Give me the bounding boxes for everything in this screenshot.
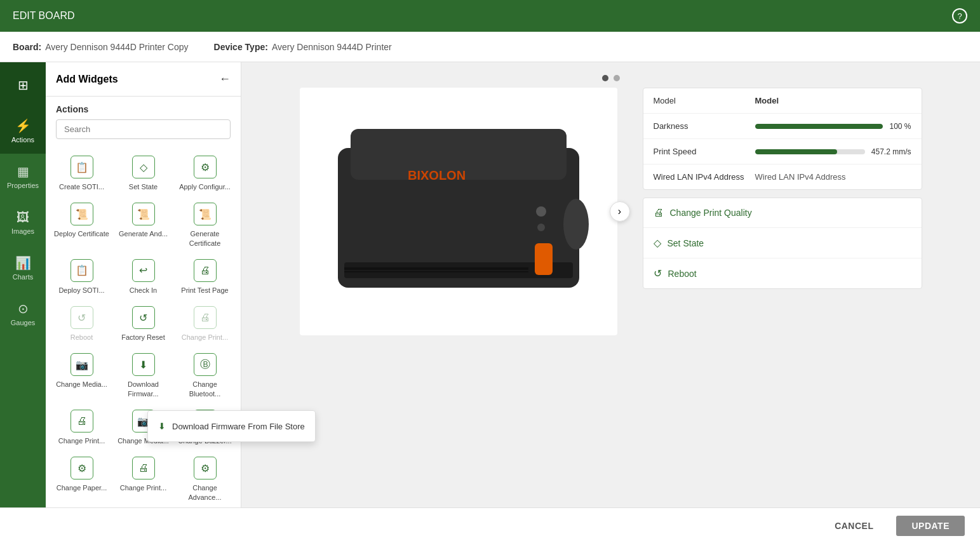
widget-item-download-firm[interactable]: ⬇ Download Firmwar... <box>112 347 174 403</box>
back-button[interactable]: ← <box>219 72 231 86</box>
svg-text:BIXOLON: BIXOLON <box>408 168 466 182</box>
action-reboot-label: Reboot <box>668 269 697 279</box>
sidebar-item-charts[interactable]: 📊 Charts <box>0 245 46 291</box>
chevron-right-icon: › <box>618 206 621 217</box>
darkness-progress-bar <box>755 124 883 129</box>
widget-label-apply-config: Apply Configur... <box>179 182 231 191</box>
sidebar-actions-label: Actions <box>11 136 34 144</box>
search-input[interactable] <box>56 119 231 139</box>
sidebar-properties-label: Properties <box>7 182 39 189</box>
cancel-button[interactable]: CANCEL <box>819 516 889 536</box>
sidebar-charts-label: Charts <box>13 273 33 281</box>
dashboard-icon: ⊞ <box>18 77 29 93</box>
carousel-dot-2[interactable] <box>614 75 620 81</box>
widget-item-change-adv[interactable]: ⚙ Change Advance... <box>174 450 236 507</box>
widget-item-change-print3[interactable]: 🖨 Change Print... <box>112 450 174 507</box>
widget-item-change-media1[interactable]: 📷 Change Media... <box>51 347 112 403</box>
widget-item-get-mott[interactable]: 💻 Get MOTT <box>174 507 236 507</box>
widget-panel-title: Add Widgets <box>56 74 118 85</box>
svg-rect-3 <box>535 243 553 275</box>
breadcrumb-board: Board: Avery Dennison 9444D Printer Copy <box>13 42 189 52</box>
sidebar-item-actions[interactable]: ⚡ Actions <box>0 108 46 154</box>
board-value: Avery Dennison 9444D Printer Copy <box>45 42 188 52</box>
widget-icon-set-state: ◇ <box>132 156 155 178</box>
widget-icon-create-soti: 📋 <box>70 156 93 178</box>
widget-item-generate-cert[interactable]: 📜 Generate Certificate <box>174 196 236 253</box>
print-speed-progress-wrap: 457.2 mm/s <box>755 147 911 156</box>
actions-icon: ⚡ <box>15 118 31 133</box>
info-row-model: Model Model <box>643 88 922 114</box>
widget-item-change1[interactable]: ⚙ Change <box>51 507 112 507</box>
widget-item-change-paper[interactable]: ⚙ Change Paper... <box>51 450 112 507</box>
help-icon[interactable]: ? <box>952 8 967 23</box>
widget-item-deploy-cert[interactable]: 📜 Deploy Certificate <box>51 196 112 253</box>
widget-label-set-state: Set State <box>129 182 158 191</box>
board-label: Board: <box>13 42 41 52</box>
sidebar-item-images[interactable]: 🖼 Images <box>0 199 46 245</box>
widget-label-print-test: Print Test Page <box>181 286 228 295</box>
svg-point-6 <box>536 206 546 217</box>
sidebar-item-gauges[interactable]: ⊙ Gauges <box>0 291 46 337</box>
info-card: Model Model Darkness 100 % Print <box>643 88 922 190</box>
info-row-darkness: Darkness 100 % <box>643 114 922 139</box>
widget-item-change2[interactable]: 🔌 Change <box>112 507 174 507</box>
widget-label-change-print2: Change Print... <box>58 436 105 445</box>
model-label: Model <box>654 96 755 105</box>
widget-item-set-state[interactable]: ◇ Set State <box>112 149 174 196</box>
widget-label-factory-reset: Factory Reset <box>121 333 164 342</box>
widget-label-change-adv: Change Advance... <box>177 483 233 502</box>
widget-item-change-blue[interactable]: Ⓑ Change Bluetoot... <box>174 347 236 403</box>
carousel-dot-1[interactable] <box>602 75 608 81</box>
charts-icon: 📊 <box>15 255 31 271</box>
widget-item-change-print: 🖨 Change Print... <box>174 300 236 347</box>
widget-item-create-soti[interactable]: 📋 Create SOTI... <box>51 149 112 196</box>
action-change-print-quality[interactable]: 🖨 Change Print Quality <box>643 198 922 228</box>
widget-item-change-print2[interactable]: 🖨 Change Print... <box>51 403 112 450</box>
action-set-state-label: Set State <box>668 238 704 248</box>
action-set-state[interactable]: ◇ Set State <box>643 228 922 258</box>
widget-item-generate-and[interactable]: 📜 Generate And... <box>112 196 174 253</box>
update-button[interactable]: UPDATE <box>896 516 965 536</box>
darkness-progress-fill <box>755 124 883 129</box>
widget-label-change-blue: Change Bluetoot... <box>177 380 233 398</box>
sidebar-images-label: Images <box>11 227 34 235</box>
action-card: 🖨 Change Print Quality ◇ Set State ↺ Reb… <box>643 198 922 289</box>
widget-item-reboot: ↺ Reboot <box>51 300 112 347</box>
tooltip-item-download-file-store[interactable]: ⬇ Download Firmware From File Store <box>148 415 315 438</box>
widget-icon-generate-and: 📜 <box>132 203 155 225</box>
widget-icon-change-paper: ⚙ <box>70 457 93 479</box>
widget-icon-deploy-cert: 📜 <box>70 203 93 225</box>
action-change-print-quality-label: Change Print Quality <box>670 208 752 218</box>
widget-section-label: Actions <box>46 97 241 119</box>
widget-item-check-in[interactable]: ↩ Check In <box>112 253 174 300</box>
widget-item-deploy-soti[interactable]: 📋 Deploy SOTI... <box>51 253 112 300</box>
set-state-icon: ◇ <box>654 237 661 249</box>
main-content: BIXOLON › M <box>241 62 980 507</box>
sidebar-gauges-label: Gauges <box>11 319 36 326</box>
widget-item-apply-config[interactable]: ⚙ Apply Configur... <box>174 149 236 196</box>
svg-point-7 <box>537 224 545 231</box>
widget-icon-generate-cert: 📜 <box>194 203 217 225</box>
widget-label-generate-cert: Generate Certificate <box>177 229 233 248</box>
device-value: Avery Dennison 9444D Printer <box>272 42 392 52</box>
carousel-next-button[interactable]: › <box>610 201 630 222</box>
widget-item-factory-reset[interactable]: ↺ Factory Reset <box>112 300 174 347</box>
action-reboot[interactable]: ↺ Reboot <box>643 258 922 288</box>
widget-grid: 📋 Create SOTI... ◇ Set State ⚙ Apply Con… <box>46 147 241 507</box>
info-row-print-speed: Print Speed 457.2 mm/s <box>643 139 922 164</box>
widget-icon-change-adv: ⚙ <box>194 457 217 479</box>
images-icon: 🖼 <box>17 210 29 225</box>
widget-icon-change-print: 🖨 <box>194 306 217 329</box>
right-panel: Model Model Darkness 100 % Print <box>630 88 922 335</box>
widget-item-print-test[interactable]: 🖨 Print Test Page <box>174 253 236 300</box>
widget-label-download-firm: Download Firmwar... <box>115 380 171 398</box>
sidebar-item-properties[interactable]: ▦ Properties <box>0 154 46 199</box>
info-row-wired-lan: Wired LAN IPv4 Address Wired LAN IPv4 Ad… <box>643 164 922 189</box>
widget-panel-header: Add Widgets ← <box>46 62 241 97</box>
carousel-dots <box>602 75 620 81</box>
widget-icon-change-print2: 🖨 <box>70 410 93 432</box>
wired-lan-label: Wired LAN IPv4 Address <box>654 172 755 182</box>
tooltip-dropdown: ⬇ Download Firmware From File Store <box>147 410 316 442</box>
sidebar-item-dashboard[interactable]: ⊞ <box>0 62 46 108</box>
widget-label-reboot: Reboot <box>70 333 93 342</box>
